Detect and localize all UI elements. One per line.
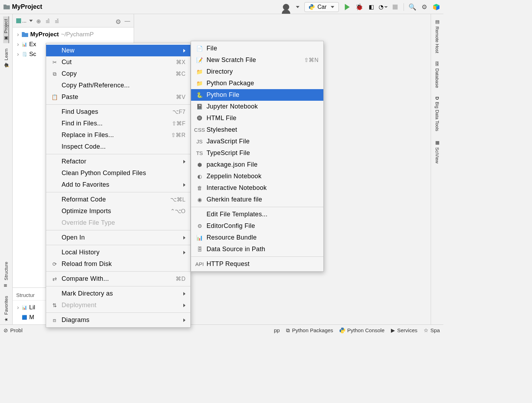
menu-item-jupyter-notebook[interactable]: 📓Jupyter Notebook — [191, 101, 323, 112]
menu-item-new-scratch-file[interactable]: 📝New Scratch File⇧⌘N — [191, 54, 323, 66]
status-python-packages[interactable]: ⧉Python Packages — [286, 327, 333, 334]
menu-item-python-file[interactable]: 🐍Python File — [191, 89, 323, 101]
blank-icon — [51, 249, 58, 256]
blank-icon — [51, 196, 58, 203]
menu-item-javascript-file[interactable]: JSJavaScript File — [191, 136, 323, 147]
debug-button[interactable]: 🐞 — [356, 4, 363, 11]
tab-remote-host[interactable]: ▤Remote Host — [435, 16, 440, 56]
chevron-right-icon[interactable] — [16, 41, 20, 48]
run-button[interactable] — [344, 4, 351, 11]
status-problems[interactable]: ⊘Probl — [4, 327, 23, 334]
menu-item-label: Clean Python Compiled Files — [62, 169, 185, 177]
tab-project[interactable]: ▣Project — [3, 16, 9, 43]
profile-button[interactable]: ◔ — [380, 4, 387, 11]
menu-item-reload-from-disk[interactable]: ⟳Reload from Disk — [46, 258, 190, 270]
status-python-console[interactable]: Python Console — [340, 327, 385, 333]
star-icon: ★ — [4, 317, 9, 322]
menu-item-inspect-code[interactable]: Inspect Code... — [46, 141, 190, 153]
pkg-icon: 📁 — [196, 80, 203, 87]
menu-item-typescript-file[interactable]: TSTypeScript File — [191, 147, 323, 159]
menu-item-package-json-file[interactable]: ⬢package.json File — [191, 159, 323, 170]
panel-gear-icon[interactable]: ⚙ — [115, 18, 121, 24]
menu-item-http-request[interactable]: APIHTTP Request — [191, 258, 323, 270]
menu-item-clean-python-compiled-files[interactable]: Clean Python Compiled Files — [46, 167, 190, 179]
project-view-mode[interactable]: ... — [16, 18, 33, 24]
menu-item-open-in[interactable]: Open In — [46, 232, 190, 243]
target-icon[interactable]: ⊕ — [36, 18, 42, 24]
menu-item-label: Reformat Code — [62, 196, 167, 203]
compare-icon: ⇄ — [51, 275, 58, 283]
menu-item-cut[interactable]: ✂Cut⌘X — [46, 56, 190, 68]
run-config-selector[interactable]: Car — [304, 2, 339, 12]
menu-item-file[interactable]: 📄File — [191, 43, 323, 54]
chevron-right-icon — [183, 183, 185, 187]
expand-all-icon[interactable]: ≡̂ — [45, 18, 51, 24]
menu-item-shortcut: ⌥F7 — [172, 108, 185, 115]
settings-button[interactable]: ⚙ — [421, 4, 428, 11]
menu-item-stylesheet[interactable]: CSSStylesheet — [191, 124, 323, 136]
menu-item-label: Add to Favorites — [62, 181, 180, 188]
tree-root[interactable]: MyProject ~/PycharmP — [13, 30, 134, 39]
chevron-right-icon[interactable] — [16, 304, 20, 311]
lib-icon: 📊 — [22, 42, 27, 47]
tab-big-data[interactable]: DBig Data Tools — [435, 94, 440, 134]
coverage-button[interactable]: ◧ — [368, 4, 375, 11]
blank-icon — [51, 47, 58, 54]
user-icon[interactable] — [283, 4, 290, 11]
menu-item-mark-directory-as[interactable]: Mark Directory as — [46, 288, 190, 299]
menu-item-label: Cut — [62, 58, 172, 66]
new-submenu: 📄File📝New Scratch File⇧⌘N📁Directory📁Pyth… — [191, 41, 324, 272]
menu-item-paste[interactable]: 📋Paste⌘V — [46, 91, 190, 103]
menu-item-compare-with[interactable]: ⇄Compare With...⌘D — [46, 273, 190, 285]
menu-item-local-history[interactable]: Local History — [46, 247, 190, 258]
menu-item-replace-in-files[interactable]: Replace in Files...⇧⌘R — [46, 129, 190, 141]
menu-item-resource-bundle[interactable]: 📊Resource Bundle — [191, 232, 323, 243]
menu-item-shortcut: ⇧⌘N — [304, 57, 318, 63]
menu-item-edit-file-templates[interactable]: Edit File Templates... — [191, 209, 323, 220]
chevron-right-icon — [183, 160, 185, 163]
blank-icon — [51, 170, 58, 177]
menu-item-copy[interactable]: ⧉Copy⌘C — [46, 68, 190, 80]
menu-item-label: Edit File Templates... — [207, 211, 318, 218]
menu-item-interactive-notebook[interactable]: 🗑Interactive Notebook — [191, 182, 323, 194]
menu-item-python-package[interactable]: 📁Python Package — [191, 78, 323, 89]
menu-item-html-file[interactable]: 🅗HTML File — [191, 112, 323, 124]
stop-icon — [393, 5, 398, 10]
chevron-right-icon — [183, 304, 185, 307]
menu-item-editorconfig-file[interactable]: ⚙EditorConfig File — [191, 220, 323, 232]
menu-item-zeppelin-notebook[interactable]: ◐Zeppelin Notebook — [191, 170, 323, 182]
status-spa[interactable]: ☆Spa — [424, 327, 440, 334]
chevron-right-icon[interactable] — [16, 31, 20, 38]
breadcrumb[interactable]: MyProject — [4, 3, 42, 11]
tab-learn[interactable]: 🎓Learn — [4, 46, 9, 70]
tab-sciview[interactable]: ▦SciView — [435, 137, 440, 166]
menu-item-label: Copy Path/Reference... — [62, 82, 185, 89]
tab-database[interactable]: 🗄Database — [435, 59, 440, 91]
search-everywhere-button[interactable]: 🔍 — [409, 4, 416, 11]
jetbrains-toolbox-icon[interactable] — [433, 4, 440, 11]
menu-item-data-source-in-path[interactable]: 🗄Data Source in Path — [191, 243, 323, 255]
chevron-right-icon[interactable] — [16, 51, 20, 58]
menu-item-reformat-code[interactable]: Reformat Code⌥⌘L — [46, 194, 190, 205]
menu-item-optimize-imports[interactable]: Optimize Imports⌃⌥O — [46, 205, 190, 217]
tab-favorites[interactable]: ★Favorites — [4, 293, 9, 324]
menu-item-find-usages[interactable]: Find Usages⌥F7 — [46, 106, 190, 118]
node-icon: ⬢ — [196, 161, 203, 168]
stop-button[interactable] — [392, 4, 399, 11]
menu-item-add-to-favorites[interactable]: Add to Favorites — [46, 179, 190, 191]
status-services[interactable]: ▶Services — [391, 327, 418, 334]
tab-structure[interactable]: ≣Structure — [4, 259, 9, 290]
collapse-all-icon[interactable]: ≡̌ — [55, 18, 60, 24]
hide-panel-icon[interactable]: — — [125, 18, 130, 24]
menu-item-directory[interactable]: 📁Directory — [191, 66, 323, 78]
menu-item-diagrams[interactable]: ⧈Diagrams — [46, 314, 190, 326]
menu-item-find-in-files[interactable]: Find in Files...⇧⌘F — [46, 118, 190, 129]
status-pp[interactable]: pp — [274, 327, 280, 333]
menu-item-copy-path-reference[interactable]: Copy Path/Reference... — [46, 80, 190, 91]
chevron-right-icon — [183, 292, 185, 296]
menu-item-label: Paste — [62, 93, 172, 101]
menu-item-refactor[interactable]: Refactor — [46, 156, 190, 167]
menu-item-new[interactable]: New — [46, 45, 190, 56]
user-menu-caret[interactable] — [296, 6, 299, 8]
menu-item-gherkin-feature-file[interactable]: ◉Gherkin feature file — [191, 194, 323, 205]
